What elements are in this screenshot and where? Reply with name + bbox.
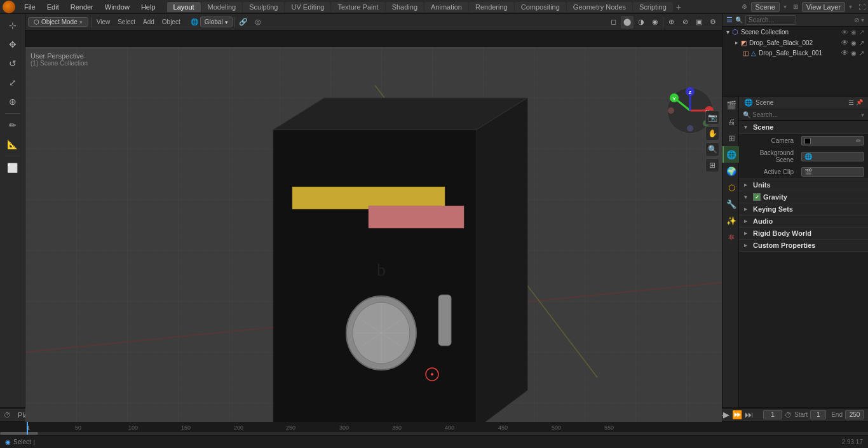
next-keyframe-btn[interactable]: ⏩ — [732, 410, 742, 419]
item1-select[interactable]: ↗ — [859, 39, 864, 46]
properties-search-input[interactable] — [752, 111, 861, 118]
timeline-ruler[interactable]: 1 50 100 150 200 250 300 350 400 450 500… — [0, 422, 868, 435]
tab-shading[interactable]: Shading — [386, 2, 424, 12]
scroll-thumb[interactable] — [0, 432, 38, 435]
svg-marker-8 — [369, 206, 464, 228]
prop-tab-physics[interactable]: ⚛ — [722, 229, 739, 245]
transform-tool[interactable]: ⊕ — [4, 93, 22, 111]
proportional-btn[interactable]: ◎ — [252, 16, 264, 29]
prop-options-btn[interactable]: ☰ — [848, 99, 854, 106]
viewport-shading-lp[interactable]: ◑ — [635, 16, 648, 29]
global-selector[interactable]: Global ▾ — [200, 17, 233, 27]
tab-geometry-nodes[interactable]: Geometry Nodes — [567, 2, 632, 12]
annotate-tool[interactable]: ✏ — [4, 116, 22, 134]
xray-btn[interactable]: ▣ — [693, 16, 705, 29]
outliner-search[interactable] — [745, 15, 796, 25]
menu-file[interactable]: File — [19, 2, 41, 12]
properties-panel-header: 🌐 Scene ☰ 📌 — [739, 97, 868, 109]
scene-collection-row[interactable]: ▾ ⬡ Scene Collection 👁 ◉ ↗ — [722, 27, 868, 37]
view-layer-selector[interactable]: View Layer — [802, 2, 845, 12]
add-menu-btn[interactable]: Add — [140, 17, 157, 27]
prop-tab-modifiers[interactable]: 🔧 — [722, 196, 739, 212]
menu-edit[interactable]: Edit — [42, 2, 64, 12]
snap-btn[interactable]: 🔗 — [237, 16, 250, 29]
object-mode-label: Object Mode — [41, 18, 78, 25]
blender-logo — [3, 1, 15, 13]
collection-cam-icon[interactable]: ◉ — [851, 29, 857, 36]
scene-selector[interactable]: Scene — [751, 2, 780, 12]
scene-section-header[interactable]: ▾ Scene — [739, 121, 868, 134]
end-frame-input[interactable]: 250 — [845, 410, 864, 419]
menu-help[interactable]: Help — [136, 2, 161, 12]
audio-section-header[interactable]: ▸ Audio — [739, 215, 868, 227]
tab-rendering[interactable]: Rendering — [469, 2, 514, 12]
scale-tool[interactable]: ⤢ — [4, 74, 22, 92]
object-mode-selector[interactable]: ⬡ Object Mode ▾ — [28, 17, 88, 27]
collection-select-icon[interactable]: ↗ — [859, 29, 864, 36]
tab-sculpting[interactable]: Sculpting — [243, 2, 284, 12]
viewport-shading-wire[interactable]: ◻ — [607, 16, 620, 29]
prop-tab-scene[interactable]: 🌐 — [722, 146, 739, 163]
prop-tab-world[interactable]: 🌍 — [722, 163, 739, 179]
select-menu-btn[interactable]: Select — [115, 17, 138, 27]
gravity-section-header[interactable]: ▾ ✓ Gravity — [739, 191, 868, 203]
move-tool[interactable]: ✥ — [4, 36, 22, 53]
output-icon: 🖨 — [728, 117, 736, 126]
prop-tab-object[interactable]: ⬡ — [722, 179, 739, 196]
tab-animation[interactable]: Animation — [424, 2, 468, 12]
outliner-item-1[interactable]: ▸ ◩ Drop_Safe_Black_002 👁 ◉ ↗ — [722, 37, 868, 48]
tab-modeling[interactable]: Modeling — [201, 2, 243, 12]
rigid-collapse-arrow: ▸ — [744, 230, 750, 236]
item2-select[interactable]: ↗ — [859, 50, 864, 57]
rotate-tool[interactable]: ↺ — [4, 55, 22, 72]
item2-cam[interactable]: ◉ — [851, 50, 857, 57]
tab-compositing[interactable]: Compositing — [515, 2, 566, 12]
units-section-header[interactable]: ▸ Units — [739, 179, 868, 191]
prop-tab-render[interactable]: 🎬 — [722, 97, 739, 113]
custom-props-section-header[interactable]: ▸ Custom Properties — [739, 240, 868, 252]
item1-eye[interactable]: 👁 — [841, 39, 848, 46]
camera-value[interactable]: ✏ — [801, 136, 864, 146]
show-gizmo-btn[interactable]: ⊕ — [665, 16, 677, 29]
fullscreen-icon[interactable]: ⛶ — [858, 3, 865, 11]
outliner-filter-btn[interactable]: ⊘ — [854, 17, 859, 24]
gravity-checkbox[interactable]: ✓ — [753, 193, 761, 201]
tab-scripting[interactable]: Scripting — [633, 2, 673, 12]
start-frame-input[interactable]: 1 — [810, 410, 826, 419]
tab-uv-editing[interactable]: UV Editing — [285, 2, 330, 12]
zoom-btn[interactable]: 🔍 — [705, 142, 719, 156]
jump-end-btn[interactable]: ⏭ — [745, 410, 753, 419]
tab-layout[interactable]: Layout — [167, 2, 201, 12]
prop-tab-particles[interactable]: ✨ — [722, 212, 739, 229]
3d-viewport[interactable]: b User Perspective (1) Scene Collection … — [25, 47, 722, 424]
menu-render[interactable]: Render — [65, 2, 98, 12]
outliner-item-2[interactable]: ◫ △ Drop_Safe_Black_001 👁 ◉ ↗ — [722, 48, 868, 58]
viewport-shading-rendered[interactable]: ◉ — [649, 16, 661, 29]
frame-all-btn[interactable]: ⊞ — [705, 158, 719, 172]
object-menu-btn[interactable]: Object — [159, 17, 183, 27]
timeline-scroll[interactable] — [0, 432, 868, 435]
pan-btn[interactable]: ✋ — [705, 126, 719, 140]
camera-view-btn[interactable]: 📷 — [705, 111, 719, 125]
rigid-body-section-header[interactable]: ▸ Rigid Body World — [739, 227, 868, 240]
viewport-shading-solid[interactable]: ⬤ — [621, 16, 634, 29]
current-frame-input[interactable]: 1 — [763, 410, 782, 419]
cursor-tool[interactable]: ⊹ — [4, 17, 22, 34]
item2-eye[interactable]: 👁 — [841, 49, 848, 57]
add-workspace-tab[interactable]: + — [674, 2, 684, 12]
view-menu-btn[interactable]: View — [94, 17, 113, 27]
menu-window[interactable]: Window — [100, 2, 135, 12]
item1-cam[interactable]: ◉ — [851, 39, 857, 46]
bg-scene-value[interactable]: 🌐 — [801, 152, 864, 161]
show-overlay-btn[interactable]: ⊘ — [679, 16, 691, 29]
prop-tab-view[interactable]: ⊞ — [722, 130, 739, 146]
keying-sets-section-header[interactable]: ▸ Keying Sets — [739, 203, 868, 215]
prop-tab-output[interactable]: 🖨 — [722, 113, 739, 130]
camera-edit-icon[interactable]: ✏ — [856, 137, 861, 144]
add-cube-tool[interactable]: ⬜ — [4, 159, 22, 177]
options-btn[interactable]: ⚙ — [707, 16, 719, 29]
collection-eye[interactable]: 👁 — [841, 29, 848, 36]
active-clip-value[interactable]: 🎬 — [801, 167, 864, 177]
measure-tool[interactable]: 📐 — [4, 135, 22, 153]
tab-texture-paint[interactable]: Texture Paint — [331, 2, 384, 12]
